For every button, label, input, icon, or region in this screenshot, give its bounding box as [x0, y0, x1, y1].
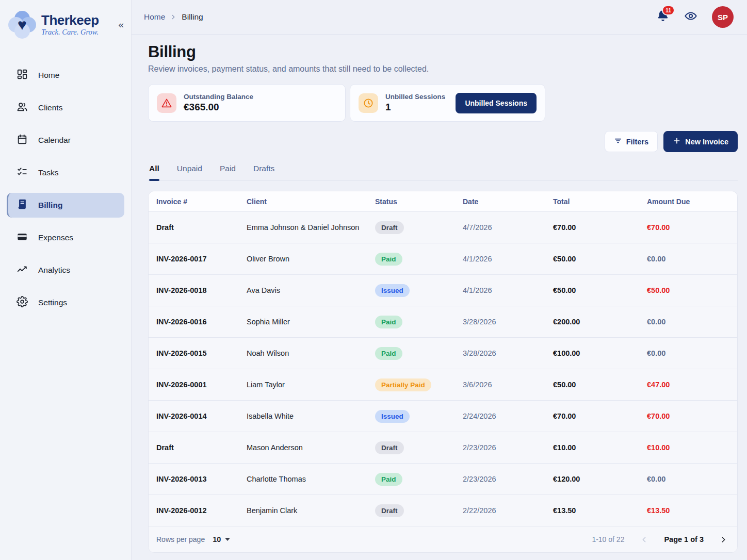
amount-due: €10.00	[647, 443, 737, 452]
breadcrumb: Home Billing	[144, 12, 203, 22]
table-row[interactable]: INV-2026-0017 Oliver Brown Paid 4/1/2026…	[149, 243, 737, 275]
invoice-total: €70.00	[553, 223, 647, 232]
tab-all[interactable]: All	[149, 161, 159, 180]
invoice-date: 3/28/2026	[463, 318, 553, 326]
invoice-date: 3/6/2026	[463, 381, 553, 389]
client-name: Isabella White	[247, 412, 375, 420]
table-row[interactable]: INV-2026-0013 Charlotte Thomas Paid 2/23…	[149, 464, 737, 495]
sidebar-item-home[interactable]: Home	[7, 63, 124, 88]
new-invoice-button[interactable]: New Invoice	[663, 131, 738, 152]
column-header-date: Date	[463, 197, 553, 206]
sidebar-collapse-icon[interactable]: «	[116, 18, 126, 31]
table-row[interactable]: INV-2026-0016 Sophia Miller Paid 3/28/20…	[149, 306, 737, 338]
amount-due: €47.00	[647, 381, 737, 389]
table-row[interactable]: Draft Mason Anderson Draft 2/23/2026 €10…	[149, 432, 737, 464]
next-page-button[interactable]	[719, 535, 728, 544]
sidebar-item-billing[interactable]: Billing	[7, 193, 124, 218]
outstanding-balance-value: €365.00	[184, 102, 253, 113]
tab-paid[interactable]: Paid	[220, 161, 236, 180]
column-header-client: Client	[247, 197, 375, 206]
credit-card-icon	[17, 231, 28, 244]
outstanding-balance-label: Outstanding Balance	[184, 93, 253, 101]
client-name: Noah Wilson	[247, 349, 375, 357]
breadcrumb-current: Billing	[182, 12, 203, 22]
table-row[interactable]: Draft Emma Johnson & Daniel Johnson Draf…	[149, 212, 737, 243]
sidebar-item-expenses[interactable]: Expenses	[7, 225, 124, 250]
warning-triangle-icon	[157, 93, 176, 113]
calendar-icon	[17, 134, 28, 147]
status-badge: Issued	[375, 284, 410, 297]
sidebar-item-tasks[interactable]: Tasks	[7, 160, 124, 185]
breadcrumb-home-link[interactable]: Home	[144, 12, 165, 22]
invoice-date: 4/1/2026	[463, 255, 553, 263]
tab-unpaid[interactable]: Unpaid	[177, 161, 202, 180]
invoice-date: 3/28/2026	[463, 349, 553, 357]
sidebar-item-calendar[interactable]: Calendar	[7, 128, 124, 153]
therkeep-logo-icon: ♥	[8, 11, 36, 39]
invoice-total: €13.50	[553, 506, 647, 515]
heart-icon: ♥	[8, 11, 36, 39]
client-name: Oliver Brown	[247, 255, 375, 263]
table-row[interactable]: INV-2026-0015 Noah Wilson Paid 3/28/2026…	[149, 338, 737, 369]
table-row[interactable]: INV-2026-0001 Liam Taylor Partially Paid…	[149, 369, 737, 401]
table-actions: Filters New Invoice	[148, 131, 738, 152]
sidebar-item-clients[interactable]: Clients	[7, 95, 124, 120]
table-header-row: Invoice # Client Status Date Total Amoun…	[149, 191, 737, 212]
table-row[interactable]: INV-2026-0018 Ava Davis Issued 4/1/2026 …	[149, 275, 737, 306]
trend-chart-icon	[17, 263, 28, 277]
table-row[interactable]: INV-2026-0014 Isabella White Issued 2/24…	[149, 401, 737, 432]
table-row[interactable]: INV-2026-0012 Benjamin Clark Draft 2/22/…	[149, 495, 737, 526]
rows-per-page-select[interactable]: 10	[213, 535, 230, 543]
main-area: Home Billing 11 SP Billing Review invoic…	[132, 0, 747, 560]
invoice-total: €50.00	[553, 255, 647, 263]
summary-cards: Outstanding Balance €365.00 Unbilled Ses…	[148, 84, 738, 122]
avatar[interactable]: SP	[712, 6, 734, 28]
status-badge: Paid	[375, 253, 402, 266]
client-name: Ava Davis	[247, 286, 375, 294]
bell-icon	[656, 15, 670, 24]
status-badge: Draft	[375, 441, 404, 454]
status-badge: Issued	[375, 410, 410, 423]
sidebar-item-settings[interactable]: Settings	[7, 290, 124, 315]
unbilled-sessions-label: Unbilled Sessions	[385, 93, 445, 101]
sidebar-item-analytics[interactable]: Analytics	[7, 258, 124, 283]
amount-due: €70.00	[647, 412, 737, 420]
invoice-date: 2/22/2026	[463, 506, 553, 515]
view-mode-button[interactable]	[684, 9, 697, 25]
brand-logo: ♥ Therkeep Track. Care. Grow. «	[0, 0, 131, 41]
amount-due: €70.00	[647, 223, 737, 232]
client-name: Liam Taylor	[247, 381, 375, 389]
invoice-total: €200.00	[553, 318, 647, 326]
invoice-number: INV-2026-0017	[156, 255, 247, 263]
invoice-total: €70.00	[553, 412, 647, 420]
sidebar-item-label: Home	[38, 71, 59, 80]
invoice-number: Draft	[156, 443, 247, 452]
outstanding-balance-card: Outstanding Balance €365.00	[148, 84, 346, 122]
sidebar-item-label: Clients	[38, 103, 62, 112]
page-subtitle: Review invoices, payment status, and amo…	[148, 64, 738, 74]
invoice-date: 2/23/2026	[463, 475, 553, 483]
new-invoice-button-label: New Invoice	[685, 138, 728, 146]
client-name: Charlotte Thomas	[247, 475, 375, 483]
invoice-total: €10.00	[553, 443, 647, 452]
amount-due: €13.50	[647, 506, 737, 515]
invoice-total: €50.00	[553, 286, 647, 294]
filters-button[interactable]: Filters	[605, 131, 658, 152]
dashboard-grid-icon	[17, 69, 28, 82]
previous-page-button[interactable]	[640, 535, 648, 544]
chevron-right-icon	[170, 13, 177, 21]
notifications-button[interactable]: 11	[656, 9, 670, 25]
client-name: Mason Anderson	[247, 443, 375, 452]
invoices-table: Invoice # Client Status Date Total Amoun…	[148, 191, 738, 553]
amount-due: €50.00	[647, 286, 737, 294]
app-window: ♥ Therkeep Track. Care. Grow. « Home Cli…	[0, 0, 747, 560]
invoice-date: 2/24/2026	[463, 412, 553, 420]
filters-button-label: Filters	[626, 138, 649, 146]
sidebar-item-label: Billing	[38, 201, 62, 210]
status-badge: Paid	[375, 347, 402, 360]
status-badge: Draft	[375, 504, 404, 517]
invoice-number: INV-2026-0014	[156, 412, 247, 420]
unbilled-sessions-card: Unbilled Sessions 1 Unbilled Sessions	[350, 84, 545, 122]
tab-drafts[interactable]: Drafts	[253, 161, 274, 180]
unbilled-sessions-button[interactable]: Unbilled Sessions	[456, 93, 537, 113]
